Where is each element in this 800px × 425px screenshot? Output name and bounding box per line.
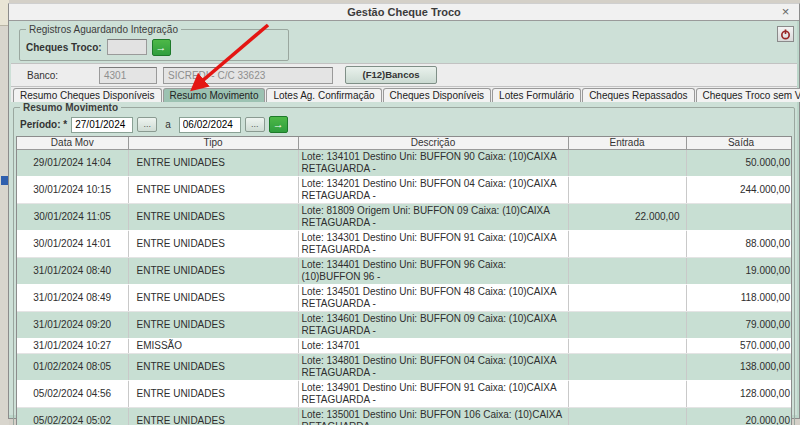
cell-tipo: ENTRE UNIDADES	[128, 230, 298, 257]
f12-bancos-button[interactable]: (F12)Bancos	[345, 66, 437, 84]
table-row[interactable]: 29/01/2024 14:04 ENTRE UNIDADES Lote: 13…	[17, 149, 792, 176]
table-row[interactable]: 30/01/2024 11:05 ENTRE UNIDADES Lote: 81…	[17, 203, 792, 230]
groupbox-legend: Registros Aguardando Integração	[26, 24, 181, 35]
cell-tipo: EMISSÃO	[128, 338, 298, 353]
cheques-troco-input[interactable]	[107, 39, 147, 55]
cell-saida: 570.000,00	[686, 338, 792, 353]
groupbox-legend: Resumo Movimento	[20, 102, 121, 113]
between-label: a	[165, 119, 171, 130]
column-header-saida[interactable]: Saída	[686, 137, 792, 149]
table-row[interactable]: 30/01/2024 10:15 ENTRE UNIDADES Lote: 13…	[17, 176, 792, 203]
tab-lotes-ag-confirma-o[interactable]: Lotes Ag. Confirmação	[266, 88, 381, 102]
background-selected-item-fragment	[1, 176, 8, 185]
cell-descricao: Lote: 134101 Destino Uni: BUFFON 90 Caix…	[298, 149, 568, 176]
table-row[interactable]: 31/01/2024 08:49 ENTRE UNIDADES Lote: 13…	[17, 284, 792, 311]
close-icon[interactable]: ×	[778, 5, 793, 19]
movement-grid: Data Mov Tipo Descrição Entrada Saída 29…	[16, 136, 792, 425]
tab-lotes-formul-rio[interactable]: Lotes Formulário	[492, 88, 581, 102]
banco-account-field: SICREDI - C/C 33623	[163, 67, 333, 84]
cell-data-mov: 05/02/2024 04:56	[17, 380, 128, 407]
window-title: Gestão Cheque Troco	[9, 6, 799, 18]
resumo-movimento-groupbox: Resumo Movimento Período: * ... a ... → …	[13, 107, 795, 425]
date-from-input[interactable]	[71, 117, 133, 133]
date-to-input[interactable]	[179, 117, 241, 133]
cell-entrada	[568, 311, 686, 338]
cell-saida: 244.000,00	[686, 176, 792, 203]
cell-data-mov: 05/02/2024 05:02	[17, 407, 128, 425]
cell-entrada	[568, 230, 686, 257]
cell-descricao: Lote: 134801 Destino Uni: BUFFON 04 Caix…	[298, 353, 568, 380]
table-row[interactable]: 05/02/2024 05:02 ENTRE UNIDADES Lote: 13…	[17, 407, 792, 425]
table-row[interactable]: 31/01/2024 08:40 ENTRE UNIDADES Lote: 13…	[17, 257, 792, 284]
tab-cheques-repassados[interactable]: Cheques Repassados	[582, 88, 694, 102]
cell-entrada: 22.000,00	[568, 203, 686, 230]
cell-data-mov: 31/01/2024 08:49	[17, 284, 128, 311]
cheques-troco-label: Cheques Troco:	[26, 42, 102, 53]
integration-go-button[interactable]: →	[152, 39, 171, 56]
cell-saida: 138.000,00	[686, 353, 792, 380]
cell-entrada	[568, 353, 686, 380]
period-row: Período: * ... a ... →	[14, 110, 794, 136]
cell-descricao: Lote: 81809 Origem Uni: BUFFON 09 Caixa:…	[298, 203, 568, 230]
date-from-picker-button[interactable]: ...	[137, 117, 157, 132]
cell-tipo: ENTRE UNIDADES	[128, 176, 298, 203]
column-header-tipo[interactable]: Tipo	[128, 137, 298, 149]
cell-descricao: Lote: 134601 Destino Uni: BUFFON 09 Caix…	[298, 311, 568, 338]
arrow-right-icon: →	[156, 41, 167, 53]
column-header-data-mov[interactable]: Data Mov	[17, 137, 128, 149]
bank-bar: Banco: 4301 SICREDI - C/C 33623 (F12)Ban…	[11, 63, 797, 87]
cell-saida	[686, 203, 792, 230]
cell-entrada	[568, 284, 686, 311]
titlebar[interactable]: Gestão Cheque Troco ×	[9, 4, 799, 21]
table-row[interactable]: 30/01/2024 14:01 ENTRE UNIDADES Lote: 13…	[17, 230, 792, 257]
period-go-button[interactable]: →	[269, 116, 288, 133]
dialog-body: Registros Aguardando Integração Cheques …	[9, 21, 799, 425]
cell-data-mov: 01/02/2024 08:05	[17, 353, 128, 380]
cell-saida: 128.000,00	[686, 380, 792, 407]
cell-descricao: Lote: 134701	[298, 338, 568, 353]
cell-descricao: Lote: 134201 Destino Uni: BUFFON 04 Caix…	[298, 176, 568, 203]
tab-resumo-movimento[interactable]: Resumo Movimento	[163, 88, 266, 102]
power-icon	[780, 29, 791, 40]
cell-entrada	[568, 149, 686, 176]
grid-header-row: Data Mov Tipo Descrição Entrada Saída	[17, 137, 792, 149]
table-row[interactable]: 01/02/2024 08:05 ENTRE UNIDADES Lote: 13…	[17, 353, 792, 380]
arrow-right-icon: →	[273, 118, 284, 130]
banco-code-field: 4301	[99, 67, 157, 84]
cell-entrada	[568, 176, 686, 203]
cell-entrada	[568, 380, 686, 407]
cell-tipo: ENTRE UNIDADES	[128, 380, 298, 407]
cell-tipo: ENTRE UNIDADES	[128, 284, 298, 311]
tab-cheques-troco-sem-v-nculo[interactable]: Cheques Troco sem Vínculo	[696, 88, 800, 102]
table-row[interactable]: 31/01/2024 10:27 EMISSÃO Lote: 134701 57…	[17, 338, 792, 353]
tab-cheques-dispon-veis[interactable]: Cheques Disponíveis	[383, 88, 492, 102]
cell-saida: 20.000,00	[686, 407, 792, 425]
periodo-label: Período: *	[20, 119, 67, 130]
table-row[interactable]: 31/01/2024 09:20 ENTRE UNIDADES Lote: 13…	[17, 311, 792, 338]
cell-entrada	[568, 257, 686, 284]
cell-descricao: Lote: 134501 Destino Uni: BUFFON 48 Caix…	[298, 284, 568, 311]
gestao-cheque-troco-window: Gestão Cheque Troco × Registros Aguardan…	[8, 3, 800, 419]
cell-descricao: Lote: 134301 Destino Uni: BUFFON 91 Caix…	[298, 230, 568, 257]
cell-tipo: ENTRE UNIDADES	[128, 257, 298, 284]
cell-tipo: ENTRE UNIDADES	[128, 203, 298, 230]
cell-data-mov: 30/01/2024 14:01	[17, 230, 128, 257]
date-to-picker-button[interactable]: ...	[245, 117, 265, 132]
cell-data-mov: 31/01/2024 10:27	[17, 338, 128, 353]
cell-tipo: ENTRE UNIDADES	[128, 353, 298, 380]
exit-button[interactable]	[777, 26, 794, 42]
cell-saida: 50.000,00	[686, 149, 792, 176]
cell-descricao: Lote: 134901 Destino Uni: BUFFON 91 Caix…	[298, 380, 568, 407]
column-header-entrada[interactable]: Entrada	[568, 137, 686, 149]
cell-tipo: ENTRE UNIDADES	[128, 149, 298, 176]
cell-saida: 19.000,00	[686, 257, 792, 284]
cell-data-mov: 29/01/2024 14:04	[17, 149, 128, 176]
cell-descricao: Lote: 135001 Destino Uni: BUFFON 106 Cai…	[298, 407, 568, 425]
tab-resumo-cheques-dispon-veis[interactable]: Resumo Cheques Disponíveis	[13, 88, 162, 102]
cell-data-mov: 30/01/2024 11:05	[17, 203, 128, 230]
cell-saida: 118.000,00	[686, 284, 792, 311]
column-header-descricao[interactable]: Descrição	[298, 137, 568, 149]
cell-data-mov: 31/01/2024 08:40	[17, 257, 128, 284]
table-row[interactable]: 05/02/2024 04:56 ENTRE UNIDADES Lote: 13…	[17, 380, 792, 407]
cell-entrada	[568, 407, 686, 425]
